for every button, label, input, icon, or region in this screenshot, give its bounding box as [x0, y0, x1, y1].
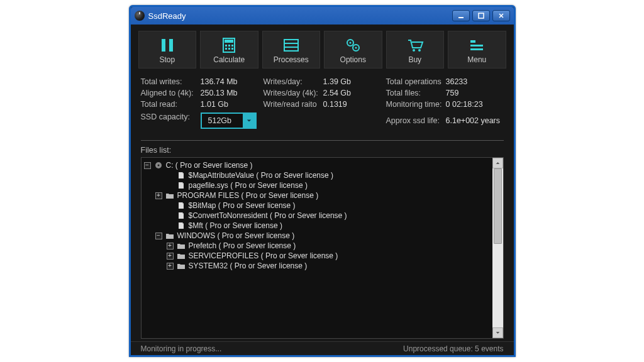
svg-rect-3	[169, 39, 173, 52]
menu-label: Menu	[467, 55, 486, 64]
app-title: SsdReady	[148, 11, 186, 21]
tree-item-label: $Mft ( Pro or Sever license )	[189, 221, 282, 230]
expand-icon[interactable]: +	[167, 243, 174, 250]
svg-rect-23	[470, 48, 483, 50]
total-writes-value: 136.74 Mb	[201, 77, 238, 86]
calculate-button[interactable]: Calculate	[200, 31, 258, 69]
calculator-icon	[219, 36, 238, 54]
chevron-down-icon[interactable]	[243, 114, 255, 128]
mon-time-value: 0 02:18:23	[446, 100, 483, 109]
collapse-icon[interactable]: −	[144, 162, 151, 169]
tree-item-label: $ConvertToNonresident ( Pro or Sever lic…	[189, 211, 347, 220]
titlebar[interactable]: SsdReady	[131, 7, 514, 25]
tree-item-label: WINDOWS ( Pro or Sever license )	[177, 231, 295, 240]
minimize-button[interactable]	[452, 10, 470, 21]
tree-item-label: SYSTEM32 ( Pro or Sever license )	[189, 261, 308, 270]
total-read-label: Total read:	[141, 100, 201, 109]
scroll-track[interactable]	[492, 168, 503, 327]
tree-spacer	[167, 222, 174, 229]
file-icon	[176, 221, 186, 230]
tree-row[interactable]: +SYSTEM32 ( Pro or Sever license )	[144, 261, 490, 271]
expand-icon[interactable]: +	[155, 192, 162, 199]
tree-row[interactable]: $ConvertToNonresident ( Pro or Sever lic…	[144, 211, 490, 221]
total-ops-label: Total operations	[386, 77, 446, 86]
svg-point-20	[418, 49, 421, 52]
files-tree[interactable]: −C: ( Pro or Sever license )$MapAttribut…	[142, 158, 492, 338]
collapse-icon[interactable]: −	[155, 233, 162, 239]
tree-row[interactable]: $BitMap ( Pro or Sever license )	[144, 200, 490, 211]
writes-day-label: Writes/day:	[264, 77, 323, 86]
capacity-select[interactable]: 512Gb	[201, 112, 257, 129]
scroll-up-button[interactable]	[492, 158, 503, 168]
capacity-value: 512Gb	[202, 116, 243, 125]
stop-button[interactable]: Stop	[138, 31, 197, 69]
svg-rect-8	[231, 45, 233, 47]
svg-point-19	[413, 49, 415, 52]
processes-button[interactable]: Processes	[262, 31, 321, 69]
scrollbar[interactable]	[492, 158, 503, 338]
tree-item-label: $MapAttributeValue ( Pro or Sever licens…	[189, 171, 334, 180]
tree-item-label: PROGRAM FILES ( Pro or Sever license )	[177, 191, 319, 200]
total-writes-label: Total writes:	[141, 77, 201, 86]
tree-item-label: SERVICEPROFILES ( Pro or Sever license )	[189, 251, 338, 260]
writes-day-4k-label: Writes/day (4k):	[264, 89, 323, 97]
total-read-value: 1.01 Gb	[201, 100, 228, 109]
tree-item-label: C: ( Pro or Sever license )	[166, 161, 253, 170]
folder-icon	[176, 241, 186, 250]
wr-ratio-label: Write/read raito	[264, 100, 323, 109]
file-icon	[176, 201, 186, 210]
svg-rect-9	[225, 48, 227, 50]
writes-day-4k-value: 2.54 Gb	[323, 89, 351, 97]
tree-row[interactable]: pagefile.sys ( Pro or Sever license )	[144, 180, 490, 190]
buy-label: Buy	[408, 55, 421, 64]
menu-icon	[467, 36, 486, 54]
buy-button[interactable]: Buy	[386, 31, 445, 69]
options-button[interactable]: Options	[324, 31, 382, 69]
close-button[interactable]	[492, 10, 510, 21]
svg-rect-7	[228, 45, 230, 47]
approx-life-label: Approx ssd life:	[386, 116, 446, 125]
tree-row[interactable]: $Mft ( Pro or Sever license )	[144, 221, 490, 231]
scroll-down-button[interactable]	[492, 327, 503, 338]
status-left: Monitoring in progress...	[141, 344, 222, 353]
menu-button[interactable]: Menu	[448, 31, 506, 69]
total-ops-value: 36233	[446, 77, 468, 86]
scroll-thumb[interactable]	[494, 168, 502, 244]
tree-row[interactable]: −C: ( Pro or Sever license )	[144, 160, 490, 170]
maximize-button[interactable]	[472, 10, 490, 21]
expand-icon[interactable]: +	[167, 263, 174, 270]
aligned-value: 250.13 Mb	[201, 89, 238, 97]
mon-time-label: Monitoring time:	[386, 100, 446, 109]
tree-item-label: Prefetch ( Pro or Sever license )	[189, 241, 296, 250]
capacity-label: SSD capacity:	[141, 112, 201, 129]
file-icon	[176, 171, 186, 180]
svg-rect-2	[162, 39, 165, 52]
gears-icon	[343, 36, 362, 54]
svg-rect-11	[231, 48, 233, 50]
writes-day-value: 1.39 Gb	[323, 77, 351, 86]
app-window: SsdReady Stop Calculate Processes Option	[129, 5, 516, 357]
aligned-label: Aligned to (4k):	[141, 89, 201, 97]
svg-point-16	[350, 42, 352, 44]
tree-row[interactable]: +Prefetch ( Pro or Sever license )	[144, 241, 490, 251]
tree-row[interactable]: +SERVICEPROFILES ( Pro or Sever license …	[144, 251, 490, 261]
app-icon	[135, 11, 145, 21]
tree-row[interactable]: +PROGRAM FILES ( Pro or Sever license )	[144, 190, 490, 200]
statusbar: Monitoring in progress... Unprocessed qu…	[131, 341, 514, 355]
file-icon	[176, 181, 186, 190]
processes-icon	[282, 36, 301, 54]
svg-rect-12	[284, 40, 298, 51]
svg-point-25	[157, 165, 159, 167]
total-files-label: Total files:	[386, 89, 446, 97]
tree-row[interactable]: −WINDOWS ( Pro or Sever license )	[144, 231, 490, 241]
approx-life-value: 6.1e+002 years	[446, 116, 501, 125]
stop-label: Stop	[159, 55, 175, 64]
folder-icon	[176, 251, 186, 260]
folder-icon	[165, 191, 175, 200]
tree-row[interactable]: $MapAttributeValue ( Pro or Sever licens…	[144, 170, 490, 180]
toolbar: Stop Calculate Processes Options Buy Men…	[131, 25, 514, 72]
tree-spacer	[167, 202, 174, 209]
svg-rect-10	[228, 48, 230, 50]
status-right: Unprocessed queue: 5 events	[403, 344, 503, 353]
expand-icon[interactable]: +	[167, 253, 174, 260]
